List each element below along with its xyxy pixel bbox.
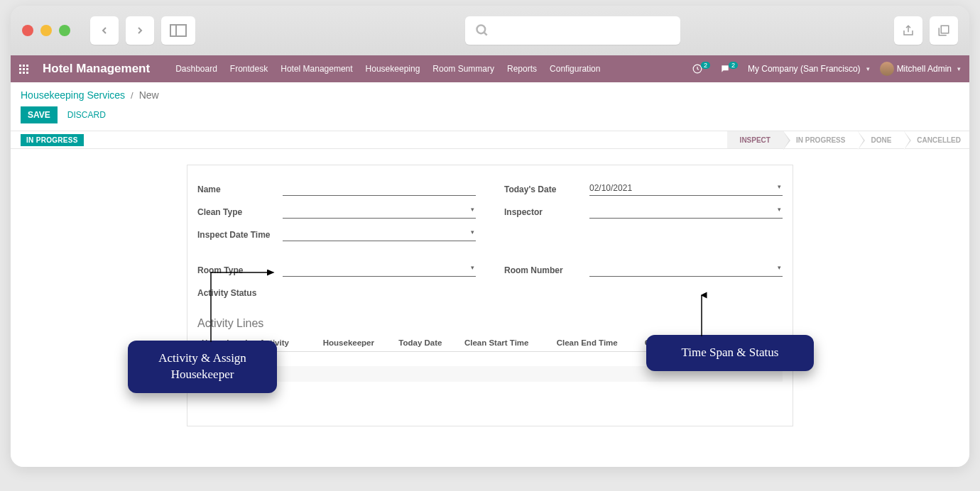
menu-configuration[interactable]: Configuration [550, 64, 600, 74]
label-room-number: Room Number [504, 265, 589, 275]
input-room-type[interactable] [283, 264, 476, 277]
traffic-lights [22, 25, 70, 36]
company-switcher[interactable]: My Company (San Francisco) [748, 64, 870, 74]
share-button[interactable] [894, 16, 922, 45]
app-frame: Hotel Management Dashboard Frontdesk Hot… [11, 55, 969, 467]
svg-point-2 [477, 26, 486, 34]
save-button[interactable]: SAVE [21, 106, 58, 123]
menu-room-summary[interactable]: Room Summary [432, 64, 494, 74]
breadcrumb: Housekeeping Services / New [11, 82, 969, 104]
search-icon [475, 23, 489, 38]
browser-right-tools [894, 16, 958, 45]
label-name: Name [197, 184, 283, 194]
user-name: Mitchell Admin [897, 64, 952, 74]
browser-chrome [11, 6, 969, 55]
status-tag: IN PROGRESS [21, 134, 84, 146]
label-inspect-datetime: Inspect Date Time [197, 230, 283, 240]
messages-indicator[interactable]: 2 [720, 64, 738, 74]
main-menu: Dashboard Frontdesk Hotel Management Hou… [175, 64, 600, 74]
systray: 2 2 My Company (San Francisco) Mitchell … [692, 62, 961, 76]
form-col-left: Name Clean Type Inspect Date Time [197, 181, 476, 249]
col-housekeeper[interactable]: Housekeeper [319, 334, 395, 352]
apps-icon[interactable] [19, 65, 28, 74]
user-menu[interactable]: Mitchell Admin [880, 62, 961, 76]
col-clean-start[interactable]: Clean Start Time [460, 334, 552, 352]
message-count: 2 [729, 62, 738, 69]
close-window-button[interactable] [22, 25, 33, 36]
forward-button[interactable] [126, 16, 154, 45]
col-today-date[interactable]: Today Date [394, 334, 460, 352]
svg-line-3 [484, 33, 487, 35]
callout-timespan-status: Time Span & Status [646, 335, 814, 371]
activity-indicator[interactable]: 2 [692, 64, 710, 74]
breadcrumb-sep: / [131, 90, 134, 101]
browser-window: Hotel Management Dashboard Frontdesk Hot… [11, 6, 969, 467]
status-step-cancelled[interactable]: CANCELLED [904, 131, 969, 148]
menu-dashboard[interactable]: Dashboard [175, 64, 217, 74]
input-todays-date[interactable]: 02/10/2021 [589, 183, 783, 196]
status-step-inprogress[interactable]: IN PROGRESS [783, 131, 858, 148]
svg-rect-0 [170, 25, 186, 36]
table-row [197, 382, 783, 397]
input-name[interactable] [283, 183, 476, 196]
status-step-inspect[interactable]: INSPECT [727, 131, 783, 148]
brand-title[interactable]: Hotel Management [43, 62, 150, 76]
svg-rect-4 [941, 26, 949, 33]
breadcrumb-current: New [139, 89, 159, 101]
action-bar: SAVE DISCARD [11, 104, 969, 131]
col-clean-end[interactable]: Clean End Time [552, 334, 641, 352]
tabs-button[interactable] [930, 16, 958, 45]
label-clean-type: Clean Type [197, 207, 283, 217]
callout-activity-assign: Activity & Assign Housekeeper [128, 341, 277, 393]
value-todays-date: 02/10/2021 [589, 183, 632, 193]
minimize-window-button[interactable] [40, 25, 52, 36]
maximize-window-button[interactable] [59, 25, 70, 36]
label-room-type: Room Type [197, 265, 283, 275]
label-todays-date: Today's Date [504, 184, 589, 194]
input-inspector[interactable] [589, 206, 783, 219]
input-inspect-datetime[interactable] [283, 228, 476, 241]
status-row: IN PROGRESS INSPECT IN PROGRESS DONE CAN… [11, 131, 969, 149]
input-clean-type[interactable] [283, 206, 476, 219]
address-bar[interactable] [465, 16, 680, 45]
company-name: My Company (San Francisco) [748, 64, 861, 74]
breadcrumb-parent[interactable]: Housekeeping Services [21, 89, 125, 101]
app-topbar: Hotel Management Dashboard Frontdesk Hot… [11, 55, 969, 82]
menu-housekeeping[interactable]: Housekeeping [366, 64, 420, 74]
input-room-number[interactable] [589, 264, 783, 277]
discard-button[interactable]: DISCARD [67, 110, 106, 120]
menu-reports[interactable]: Reports [507, 64, 537, 74]
menu-frontdesk[interactable]: Frontdesk [230, 64, 268, 74]
menu-hotel-management[interactable]: Hotel Management [281, 64, 352, 74]
avatar [880, 62, 894, 76]
label-activity-status: Activity Status [197, 288, 283, 298]
statusbar: INSPECT IN PROGRESS DONE CANCELLED [727, 131, 969, 148]
section-activity-lines: Activity Lines [197, 317, 783, 330]
sidebar-toggle-button[interactable] [161, 16, 195, 45]
form-col-right: Today's Date 02/10/2021 Inspector [504, 181, 783, 249]
activity-count: 2 [701, 62, 710, 69]
back-button[interactable] [90, 16, 119, 45]
form-sheet: Name Clean Type Inspect Date Time Today'… [187, 165, 793, 426]
label-inspector: Inspector [504, 207, 589, 217]
